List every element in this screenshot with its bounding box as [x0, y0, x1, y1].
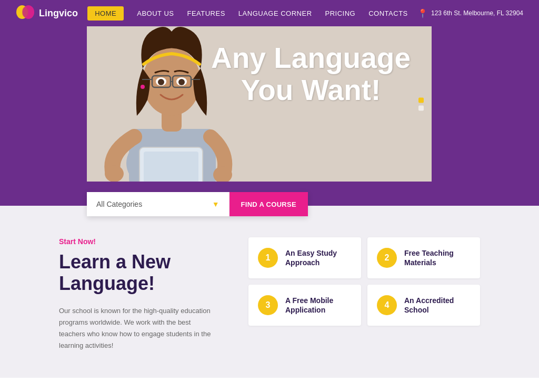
svg-point-2: [22, 7, 28, 17]
hero-text: Any Language You Want!: [211, 42, 411, 106]
left-text-section: Start Now! Learn a New Language! Our sch…: [59, 237, 217, 351]
nav-contacts[interactable]: CONTACTS: [368, 9, 408, 17]
logo[interactable]: Lingvico: [16, 5, 78, 22]
category-label: All Categories: [96, 200, 142, 208]
feature-number-2: 2: [377, 248, 397, 268]
feature-number-4: 4: [377, 295, 397, 315]
feature-card-3: 3 A Free Mobile Application: [248, 285, 361, 326]
search-box: All Categories ▼ FIND A COURSE: [87, 192, 308, 216]
start-label: Start Now!: [59, 237, 217, 246]
svg-point-8: [105, 165, 124, 182]
svg-rect-7: [144, 152, 198, 182]
slide-dot-2[interactable]: [418, 105, 424, 110]
slider-nav[interactable]: [418, 97, 424, 110]
svg-point-21: [141, 85, 145, 89]
find-course-button[interactable]: FIND A COURSE: [229, 192, 308, 216]
learn-title: Learn a New Language!: [59, 251, 217, 295]
hero-image-area: Any Language You Want!: [87, 26, 432, 182]
features-grid: 1 An Easy Study Approach 2 Free Teaching…: [248, 237, 480, 326]
nav-address: 📍 123 6th St. Melbourne, FL 32904: [417, 8, 523, 18]
feature-card-4: 4 An Accredited School: [367, 285, 480, 326]
feature-text-4: An Accredited School: [404, 296, 471, 315]
nav-home[interactable]: HOME: [87, 6, 124, 21]
nav-about[interactable]: ABOUT US: [137, 9, 174, 17]
search-row: All Categories ▼ FIND A COURSE: [87, 182, 539, 206]
feature-text-2: Free Teaching Materials: [404, 248, 471, 267]
dropdown-arrow-icon: ▼: [212, 200, 219, 208]
nav-features[interactable]: FEATURES: [187, 9, 225, 17]
nav-pricing[interactable]: PRICING: [325, 9, 356, 17]
learn-description: Our school is known for the high-quality…: [59, 305, 217, 351]
hero-section: Any Language You Want! All Categories ▼: [0, 26, 539, 206]
svg-point-19: [158, 79, 164, 85]
slide-dot-1[interactable]: [418, 97, 424, 103]
logo-text: Lingvico: [39, 8, 78, 19]
hero-right-space: [432, 26, 539, 182]
bottom-section: High Quality: [0, 378, 539, 392]
page-wrapper: Lingvico HOME ABOUT US FEATURES LANGUAGE…: [0, 0, 539, 392]
svg-point-20: [178, 79, 185, 85]
hero-row: Any Language You Want!: [0, 26, 539, 182]
feature-number-1: 1: [258, 248, 278, 268]
feature-number-3: 3: [258, 295, 278, 315]
features-section: Start Now! Learn a New Language! Our sch…: [0, 206, 539, 378]
address-text: 123 6th St. Melbourne, FL 32904: [431, 9, 523, 17]
category-dropdown[interactable]: All Categories ▼: [87, 192, 229, 216]
feature-text-3: A Free Mobile Application: [285, 296, 352, 315]
location-icon: 📍: [417, 8, 428, 18]
feature-card-1: 1 An Easy Study Approach: [248, 237, 361, 278]
nav-links: HOME ABOUT US FEATURES LANGUAGE CORNER P…: [87, 6, 408, 21]
feature-text-1: An Easy Study Approach: [285, 248, 352, 267]
navbar: Lingvico HOME ABOUT US FEATURES LANGUAGE…: [0, 0, 539, 26]
hero-left-space: [0, 26, 87, 182]
hero-title: Any Language You Want!: [211, 42, 411, 106]
nav-language-corner[interactable]: LANGUAGE CORNER: [238, 9, 312, 17]
logo-icon: [16, 5, 35, 22]
feature-card-2: 2 Free Teaching Materials: [367, 237, 480, 278]
features-inner: Start Now! Learn a New Language! Our sch…: [43, 237, 496, 351]
